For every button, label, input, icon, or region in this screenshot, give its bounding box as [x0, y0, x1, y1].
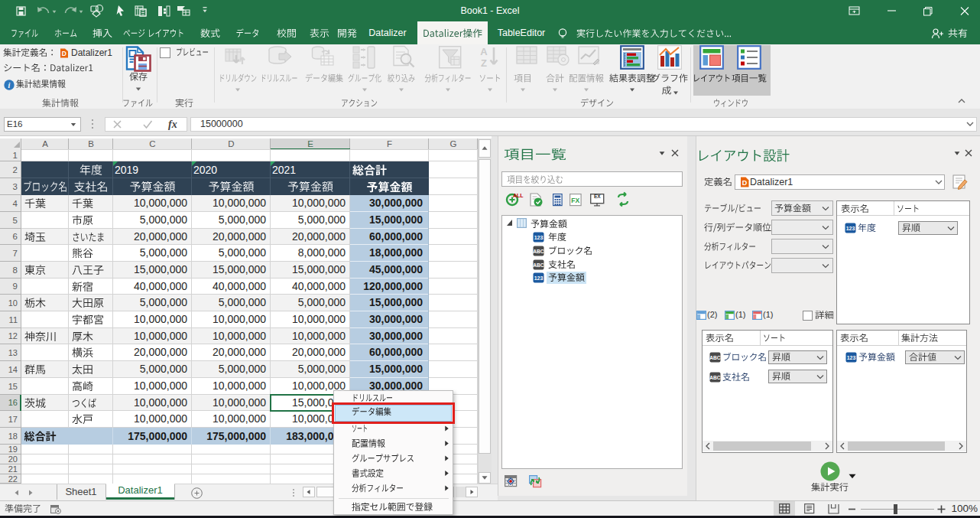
svg-text:Z: Z — [481, 57, 487, 69]
svg-text:FX: FX — [571, 197, 579, 204]
svg-text:123: 123 — [846, 226, 855, 231]
svg-text:EX: EX — [594, 194, 601, 199]
svg-text:123: 123 — [534, 275, 544, 281]
svg-text:123: 123 — [847, 355, 856, 360]
svg-text:D: D — [62, 50, 67, 57]
svg-text:ABC: ABC — [533, 249, 544, 254]
svg-text:123: 123 — [534, 235, 544, 240]
svg-text:D: D — [742, 179, 748, 187]
svg-text:ALL: ALL — [513, 193, 524, 198]
svg-text:ABC: ABC — [709, 355, 721, 360]
svg-text:ABC: ABC — [533, 262, 544, 268]
svg-text:ABC: ABC — [709, 375, 721, 380]
svg-text:i: i — [8, 81, 11, 90]
svg-text:A: A — [480, 46, 488, 57]
